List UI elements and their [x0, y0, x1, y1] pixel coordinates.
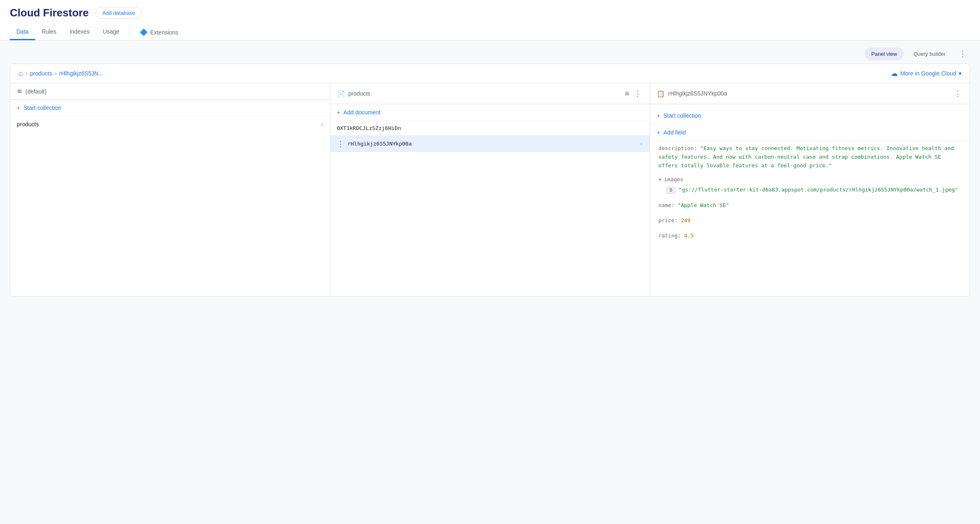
toolbar-row: Panel view Query builder ⋮: [10, 41, 970, 64]
query-builder-button[interactable]: Query builder: [907, 48, 952, 60]
column-default: ≋ (default) + Start collection products …: [10, 83, 330, 296]
app-header: Cloud Firestore Add database Data Rules …: [0, 0, 980, 41]
filter-button[interactable]: ≡: [623, 88, 631, 100]
products-label: products: [17, 121, 39, 128]
add-document-button[interactable]: + Add document: [330, 104, 650, 121]
breadcrumb-doc[interactable]: rHlhgikjz6S5JN...: [59, 70, 103, 77]
app-title: Cloud Firestore: [10, 7, 89, 19]
tab-extensions[interactable]: 🔷 Extensions: [133, 24, 185, 40]
column-products: 📄 products ≡ ⋮ + Add document 0XT1kRDCJL…: [330, 83, 650, 296]
panel-view-button[interactable]: Panel view: [865, 48, 904, 60]
price-field: price: 249: [650, 213, 970, 228]
column-products-header-left: 📄 products: [337, 90, 371, 98]
add-database-button[interactable]: Add database: [95, 7, 142, 19]
price-key: price:: [658, 217, 678, 223]
extensions-label: Extensions: [150, 29, 178, 36]
description-key: description:: [658, 145, 697, 151]
add-field-label: Add field: [664, 129, 686, 136]
column-products-header: 📄 products ≡ ⋮: [330, 83, 650, 104]
add-doc-plus-icon: +: [337, 109, 340, 116]
rating-value: 4.5: [684, 232, 694, 239]
products-collection-item[interactable]: products ›: [10, 116, 330, 132]
breadcrumb-products[interactable]: products: [30, 70, 52, 77]
doc-start-collection-button[interactable]: + Start collection: [650, 107, 970, 124]
doc-id-0: 0XT1kRDCJLzSZzj6HiDn: [337, 125, 401, 131]
start-collection-button[interactable]: + Start collection: [10, 100, 330, 116]
chevron-right-icon: ›: [321, 121, 323, 128]
images-section: ▾ images 0 "gs://flutter-starter-kit-d6a…: [650, 173, 970, 198]
doc-item-1-left: ⋮ rHlhgikjz6S5JNYkp00a: [337, 139, 412, 148]
image-value: "gs://flutter-starter-kit-d6a83.appspot.…: [679, 187, 958, 193]
document-more-button[interactable]: ⋮: [953, 87, 963, 100]
column-default-header: ≋ (default): [10, 83, 330, 100]
images-key: images: [664, 176, 683, 182]
cloud-icon: ☁: [891, 69, 898, 78]
rating-key: rating:: [658, 232, 681, 239]
breadcrumb: ⌂ › products › rHlhgikjz6S5JN...: [18, 69, 103, 78]
doc-item-0[interactable]: 0XT1kRDCJLzSZzj6HiDn: [330, 121, 650, 135]
price-value: 249: [681, 217, 690, 223]
column-document-header-left: 📋 rHlhgikjz6S5JNYkp00a: [657, 90, 727, 98]
tab-usage[interactable]: Usage: [96, 24, 126, 40]
rating-field: rating: 4.5: [650, 228, 970, 244]
chevron-down-icon: ▾: [959, 70, 962, 77]
default-label: (default): [25, 88, 46, 95]
column-document-header: 📋 rHlhgikjz6S5JNYkp00a ⋮: [650, 83, 970, 104]
breadcrumb-sep-2: ›: [55, 70, 57, 77]
images-collapse-icon: ▾: [658, 176, 662, 182]
breadcrumb-sep-1: ›: [25, 70, 27, 77]
doc-chevron-right-icon: ›: [639, 140, 643, 148]
start-collection-label: Start collection: [23, 105, 61, 111]
nav-divider: [129, 27, 130, 37]
nav-tabs: Data Rules Indexes Usage 🔷 Extensions: [10, 24, 970, 40]
doc-sc-plus-icon: +: [657, 112, 660, 119]
description-field: description: "Easy ways to stay connecte…: [650, 141, 970, 173]
products-more-button[interactable]: ⋮: [632, 87, 643, 100]
collection-icon: 📄: [337, 90, 345, 98]
doc-start-collection-label: Start collection: [664, 112, 701, 119]
description-value: "Easy ways to stay connected. Motivating…: [658, 145, 954, 169]
breadcrumb-home-icon[interactable]: ⌂: [18, 69, 23, 78]
plus-icon: +: [17, 105, 20, 111]
image-item-0: 0 "gs://flutter-starter-kit-d6a83.appspo…: [658, 184, 962, 196]
name-field: name: "Apple Watch SE": [650, 198, 970, 213]
app-title-row: Cloud Firestore Add database: [10, 7, 970, 19]
breadcrumb-bar: ⌂ › products › rHlhgikjz6S5JN... ☁ More …: [10, 64, 970, 83]
database-icon: ≋: [17, 87, 22, 95]
tab-rules[interactable]: Rules: [35, 24, 63, 40]
images-toggle[interactable]: ▾ images: [658, 175, 962, 184]
column-default-header-left: ≋ (default): [17, 87, 46, 95]
column-document: 📋 rHlhgikjz6S5JNYkp00a ⋮ + Start collect…: [650, 83, 970, 296]
document-id-label: rHlhgikjz6S5JNYkp00a: [668, 90, 727, 97]
doc-item-0-left: 0XT1kRDCJLzSZzj6HiDn: [337, 125, 401, 131]
column-products-header-right: ≡ ⋮: [623, 87, 643, 100]
doc-menu-icon[interactable]: ⋮: [337, 139, 344, 148]
document-fields: + Start collection + Add field descripti…: [650, 104, 970, 247]
columns-container: ≋ (default) + Start collection products …: [10, 83, 970, 296]
doc-id-1: rHlhgikjz6S5JNYkp00a: [348, 141, 412, 147]
main-content: Panel view Query builder ⋮ ⌂ › products …: [0, 41, 980, 515]
name-key: name:: [658, 202, 674, 208]
tab-data[interactable]: Data: [10, 24, 35, 40]
add-field-button[interactable]: + Add field: [650, 124, 970, 141]
more-cloud-label: More in Google Cloud: [900, 70, 956, 77]
tab-indexes[interactable]: Indexes: [63, 24, 96, 40]
firestore-panel: ⌂ › products › rHlhgikjz6S5JN... ☁ More …: [10, 64, 970, 297]
name-value: "Apple Watch SE": [678, 202, 729, 208]
extensions-icon: 🔷: [140, 28, 148, 36]
toolbar-more-button[interactable]: ⋮: [955, 47, 970, 60]
products-collection-label: products: [348, 90, 371, 97]
doc-item-1[interactable]: ⋮ rHlhgikjz6S5JNYkp00a ›: [330, 135, 650, 152]
doc-icon: 📋: [657, 90, 665, 98]
column-document-header-right: ⋮: [953, 87, 963, 100]
image-index-badge: 0: [666, 187, 675, 194]
add-document-label: Add document: [343, 109, 380, 116]
more-in-google-cloud-button[interactable]: ☁ More in Google Cloud ▾: [891, 69, 962, 78]
add-field-plus-icon: +: [657, 129, 660, 136]
